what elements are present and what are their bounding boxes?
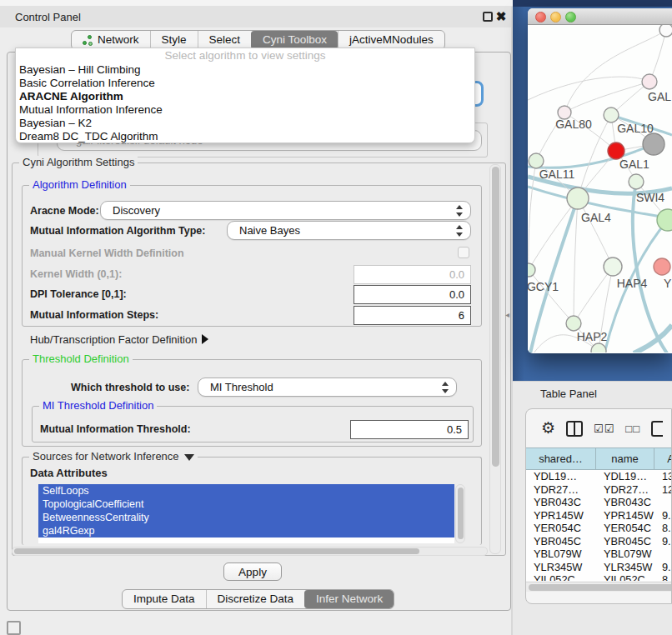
settings-vertical-scrollbar[interactable] — [489, 164, 501, 554]
settings-hscroll-thumb[interactable] — [14, 548, 419, 554]
network-svg[interactable]: GALGAL80GAL10GAL1GAL11SWI4GAL4GCY1HAP4YH… — [528, 25, 672, 352]
network-node[interactable] — [657, 209, 672, 231]
table-row[interactable]: YDR27…YDR27…12 — [526, 483, 672, 497]
table-row[interactable]: YLR345WYLR345W9. — [526, 561, 672, 574]
select-all-checkboxes-icon[interactable]: ☑☑ — [594, 422, 614, 435]
data-attributes-list[interactable]: SelfLoopsTopologicalCoefficientBetweenne… — [38, 484, 454, 543]
network-view-window[interactable]: GALGAL80GAL10GAL1GAL11SWI4GAL4GCY1HAP4YH… — [528, 8, 672, 353]
attribute-item-selfloops[interactable]: SelfLoops — [38, 484, 454, 498]
tab-cyni-toolbox[interactable]: Cyni Toolbox — [251, 31, 338, 49]
network-node[interactable] — [642, 74, 657, 89]
settings-scroll-thumb[interactable] — [492, 167, 499, 467]
network-node[interactable] — [654, 258, 670, 275]
network-edge[interactable] — [529, 198, 578, 270]
table-hscroll-thumb[interactable] — [529, 584, 672, 591]
top-strip — [0, 0, 517, 7]
columns-icon[interactable] — [566, 421, 583, 437]
close-panel-icon[interactable]: ✖ — [494, 9, 508, 24]
dropdown-item-mutual-information-inference[interactable]: Mutual Information Inference — [16, 103, 474, 117]
dpi-tolerance-field[interactable]: 0.0 — [354, 285, 471, 304]
apply-button[interactable]: Apply — [223, 562, 282, 581]
attribute-item-betweennesscentrality[interactable]: BetweennessCentrality — [38, 511, 454, 524]
table-cell: YER054C — [526, 522, 596, 535]
deselect-all-checkboxes-icon[interactable]: □□ — [625, 422, 640, 435]
network-icon — [83, 35, 93, 46]
mi-threshold-field[interactable]: 0.5 — [350, 420, 469, 439]
network-window-titlebar[interactable] — [528, 8, 672, 25]
close-window-icon[interactable] — [535, 12, 546, 22]
manual-kernel-checkbox[interactable] — [458, 247, 469, 258]
tab-impute-data[interactable]: Impute Data — [123, 590, 206, 608]
table-row[interactable]: YBR043CYBR043C — [526, 496, 672, 509]
network-node[interactable] — [529, 153, 544, 168]
hub-definition-toggle[interactable]: Hub/Transcription Factor Definition — [30, 333, 208, 346]
mi-type-combo[interactable]: Naive Bayes — [227, 221, 471, 240]
settings-horizontal-scrollbar[interactable] — [12, 547, 488, 556]
table-horizontal-scrollbar[interactable] — [526, 582, 672, 592]
table-cell: YBR045C — [526, 535, 596, 548]
desktop-top-strip — [513, 0, 672, 7]
network-edge[interactable] — [578, 198, 613, 267]
gear-icon[interactable]: ⚙ — [541, 420, 555, 437]
network-node[interactable] — [643, 133, 664, 155]
node-label-gal10: GAL10 — [617, 122, 654, 135]
network-node[interactable] — [566, 316, 581, 331]
attributes-scroll-thumb[interactable] — [458, 488, 464, 539]
network-edge[interactable] — [574, 198, 578, 323]
node-label-swi4: SWI4 — [636, 191, 664, 204]
dropdown-item-aracne-algorithm[interactable]: ARACNE Algorithm — [16, 90, 474, 103]
table-panel-inner: ⚙ ☑☑ □□ shared…nameA YDL19…YDL19…13YDR27… — [525, 408, 672, 604]
table-cell: YBR043C — [596, 496, 654, 509]
combo-spinner-icon — [455, 225, 463, 237]
network-edge[interactable] — [564, 82, 649, 112]
sources-title[interactable]: Sources for Network Inference — [29, 450, 198, 462]
attribute-item-gal4rgexp[interactable]: gal4RGexp — [38, 524, 454, 538]
network-node[interactable] — [591, 343, 606, 352]
minimize-window-icon[interactable] — [550, 12, 561, 22]
table-row[interactable]: YER054CYER054C8. — [526, 522, 672, 535]
tab-infer-network[interactable]: Infer Network — [304, 590, 394, 608]
column-header-name[interactable]: name — [596, 448, 654, 469]
network-node[interactable] — [528, 263, 535, 277]
float-panel-icon[interactable] — [483, 12, 493, 22]
tab-jactivemnodules[interactable]: jActiveMNodules — [338, 31, 444, 49]
node-label-gal11: GAL11 — [539, 168, 575, 181]
zoom-window-icon[interactable] — [565, 12, 576, 22]
dropdown-item-bayesian-k2[interactable]: Bayesian – K2 — [16, 117, 474, 130]
table-row[interactable]: YBL079WYBL079W — [526, 548, 672, 561]
kernel-width-field[interactable]: 0.0 — [354, 265, 471, 284]
export-table-icon[interactable] — [651, 421, 663, 437]
column-header-a[interactable]: A — [654, 448, 672, 469]
table-cell: YDR27… — [596, 483, 654, 497]
table-cell: YDL19… — [526, 470, 596, 483]
table-row[interactable]: YDL19…YDL19…13 — [526, 470, 672, 483]
network-node[interactable] — [567, 188, 589, 209]
node-label-y: Y — [664, 277, 672, 290]
column-header-shared[interactable]: shared… — [526, 448, 596, 469]
dropdown-item-dream8-dc-tdc-algorithm[interactable]: Dream8 DC_TDC Algorithm — [16, 130, 474, 143]
tab-network[interactable]: Network — [72, 31, 150, 49]
network-node[interactable] — [629, 174, 644, 189]
dropdown-item-basic-correlation-inference[interactable]: Basic Correlation Inference — [16, 77, 474, 90]
minimized-panel-icon[interactable] — [7, 621, 21, 635]
mi-steps-field[interactable]: 6 — [354, 306, 471, 325]
attribute-item-topologicalcoefficient[interactable]: TopologicalCoefficient — [38, 498, 454, 511]
network-node[interactable] — [604, 258, 622, 276]
table-cell: 9. — [654, 561, 672, 574]
tab-select[interactable]: Select — [198, 31, 252, 49]
table-row[interactable]: YPR145WYPR145W9. — [526, 509, 672, 522]
attributes-list-scrollbar[interactable] — [455, 484, 465, 543]
table-cell: YIL052C — [596, 573, 654, 581]
splitter-arrow-icon[interactable]: ◂ — [505, 310, 509, 319]
dropdown-item-bayesian-hill-climbing[interactable]: Bayesian – Hill Climbing — [16, 63, 474, 77]
table-row[interactable]: YBR045CYBR045C9. — [526, 535, 672, 548]
which-threshold-combo[interactable]: MI Threshold — [198, 378, 457, 397]
tab-discretize-data[interactable]: Discretize Data — [206, 590, 305, 608]
network-node[interactable] — [659, 25, 672, 37]
tab-style[interactable]: Style — [150, 31, 198, 49]
aracne-mode-combo[interactable]: Discovery — [100, 201, 471, 220]
network-node[interactable] — [604, 108, 619, 122]
combo-spinner-icon — [441, 382, 449, 393]
table-row[interactable]: YIL052CYIL052C8 — [526, 573, 672, 581]
network-node[interactable] — [608, 142, 624, 159]
